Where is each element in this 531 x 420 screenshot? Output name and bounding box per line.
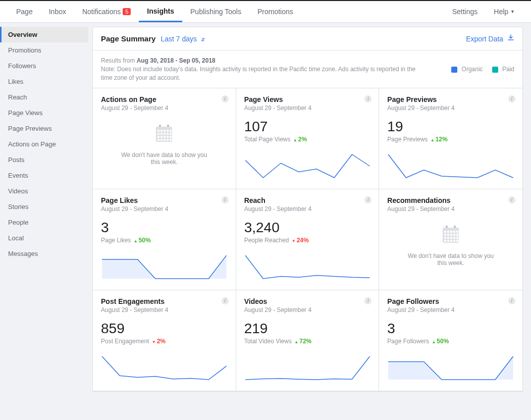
- nav-label: Promotions: [257, 8, 293, 16]
- card-reach[interactable]: iReachAugust 29 - September 43,240People…: [236, 189, 380, 290]
- sidebar-item-local[interactable]: Local: [0, 230, 88, 246]
- delta: 2%: [151, 338, 166, 345]
- nav-help[interactable]: Help▼: [486, 1, 523, 22]
- svg-rect-15: [164, 136, 166, 138]
- sidebar-item-reach[interactable]: Reach: [0, 89, 88, 105]
- nav-label: Inbox: [49, 8, 66, 16]
- no-data-text: We don't have data to show you this week…: [387, 252, 514, 267]
- card-metric: 3,240: [244, 220, 371, 236]
- card-actions[interactable]: iActions on PageAugust 29 - September 4W…: [93, 88, 236, 189]
- svg-rect-32: [447, 234, 449, 236]
- legend-organic-label: Organic: [462, 66, 483, 73]
- card-chart: [244, 252, 371, 280]
- card-sublabel: Page Previews 12%: [387, 136, 514, 143]
- card-chart: [244, 151, 371, 179]
- svg-rect-44: [453, 240, 455, 242]
- results-note: Results from Aug 30, 2018 - Sep 05, 2018…: [93, 50, 522, 88]
- sidebar-item-videos[interactable]: Videos: [0, 183, 88, 199]
- svg-rect-20: [164, 139, 166, 141]
- nav-publishing-tools[interactable]: Publishing Tools: [182, 1, 249, 22]
- date-range-label: Last 7 days: [161, 35, 197, 43]
- page-summary-title: Page Summary: [101, 34, 155, 43]
- sidebar-item-overview[interactable]: Overview: [0, 27, 88, 42]
- sparkline: [244, 151, 371, 179]
- info-icon[interactable]: i: [222, 196, 229, 203]
- svg-rect-13: [157, 136, 160, 138]
- legend-paid-swatch: [492, 67, 498, 73]
- svg-rect-45: [456, 240, 458, 242]
- nav-promotions[interactable]: Promotions: [249, 1, 301, 22]
- sidebar-item-messages[interactable]: Messages: [0, 246, 88, 261]
- card-title: Page Likes: [101, 196, 228, 204]
- card-followers[interactable]: iPage FollowersAugust 29 - September 43P…: [379, 290, 522, 391]
- svg-rect-3: [157, 130, 160, 132]
- card-previews[interactable]: iPage PreviewsAugust 29 - September 419P…: [379, 88, 522, 189]
- card-metric: 3: [387, 321, 514, 337]
- card-title: Reach: [244, 196, 371, 204]
- sparkline: [387, 151, 514, 179]
- date-range-picker[interactable]: Last 7 days ⇵: [161, 35, 205, 43]
- nav-insights[interactable]: Insights: [139, 1, 182, 22]
- svg-rect-43: [450, 240, 452, 242]
- card-views[interactable]: iPage ViewsAugust 29 - September 4107Tot…: [236, 88, 380, 189]
- card-date-range: August 29 - September 4: [101, 306, 228, 313]
- svg-rect-37: [447, 237, 449, 239]
- chevron-down-icon: ▼: [510, 9, 515, 14]
- nav-label: Help: [494, 8, 508, 16]
- export-label: Export Data: [466, 35, 503, 43]
- svg-rect-38: [450, 237, 452, 239]
- delta: 12%: [430, 136, 448, 143]
- sparkline: [101, 353, 228, 381]
- svg-rect-30: [456, 231, 458, 233]
- card-title: Videos: [244, 297, 371, 305]
- nav-page[interactable]: Page: [8, 1, 41, 22]
- nav-notifications[interactable]: Notifications5: [74, 1, 139, 22]
- sidebar-item-actions-on-page[interactable]: Actions on Page: [0, 136, 88, 152]
- results-dates: Aug 30, 2018 - Sep 05, 2018: [137, 57, 216, 64]
- info-icon[interactable]: i: [222, 95, 229, 102]
- export-data-button[interactable]: Export Data: [466, 34, 514, 43]
- calendar-icon: [441, 225, 461, 245]
- results-prefix: Results from: [101, 57, 137, 64]
- sidebar-item-posts[interactable]: Posts: [0, 152, 88, 168]
- legend: Organic Paid: [451, 66, 514, 73]
- svg-rect-5: [164, 130, 166, 132]
- card-engagements[interactable]: iPost EngagementsAugust 29 - September 4…: [93, 290, 236, 391]
- card-sublabel: Page Likes 50%: [101, 237, 228, 244]
- svg-rect-14: [161, 136, 163, 138]
- card-title: Page Previews: [387, 95, 514, 103]
- svg-rect-36: [444, 237, 446, 239]
- sidebar-item-likes[interactable]: Likes: [0, 74, 88, 89]
- sidebar-item-followers[interactable]: Followers: [0, 58, 88, 74]
- no-data-text: We don't have data to show you this week…: [101, 151, 228, 166]
- sidebar-item-people[interactable]: People: [0, 215, 88, 230]
- nav-label: Notifications: [82, 8, 121, 16]
- card-title: Page Views: [244, 95, 371, 103]
- sidebar-item-events[interactable]: Events: [0, 168, 88, 183]
- sidebar-item-stories[interactable]: Stories: [0, 199, 88, 215]
- nav-label: Page: [16, 8, 33, 16]
- svg-rect-19: [161, 139, 163, 141]
- card-title: Post Engagements: [101, 297, 228, 305]
- legend-paid-label: Paid: [502, 66, 514, 73]
- card-metric: 19: [387, 119, 514, 135]
- card-date-range: August 29 - September 4: [387, 306, 514, 313]
- svg-rect-34: [453, 234, 455, 236]
- card-date-range: August 29 - September 4: [244, 306, 371, 313]
- legend-paid: Paid: [492, 66, 514, 73]
- svg-rect-7: [170, 130, 172, 132]
- svg-rect-21: [167, 139, 169, 141]
- sidebar-item-promotions[interactable]: Promotions: [0, 42, 88, 58]
- card-videos[interactable]: iVideosAugust 29 - September 4219Total V…: [236, 290, 380, 391]
- info-icon[interactable]: i: [222, 297, 229, 304]
- card-likes[interactable]: iPage LikesAugust 29 - September 43Page …: [93, 189, 236, 290]
- nav-inbox[interactable]: Inbox: [41, 1, 74, 22]
- delta: 72%: [293, 338, 311, 345]
- nav-settings[interactable]: Settings: [444, 1, 486, 22]
- legend-organic: Organic: [451, 66, 483, 73]
- card-recs[interactable]: iRecommendationsAugust 29 - September 4W…: [379, 189, 522, 290]
- svg-rect-22: [170, 139, 172, 141]
- top-nav: PageInboxNotifications5InsightsPublishin…: [0, 0, 531, 23]
- sidebar-item-page-previews[interactable]: Page Previews: [0, 121, 88, 136]
- sidebar-item-page-views[interactable]: Page Views: [0, 105, 88, 121]
